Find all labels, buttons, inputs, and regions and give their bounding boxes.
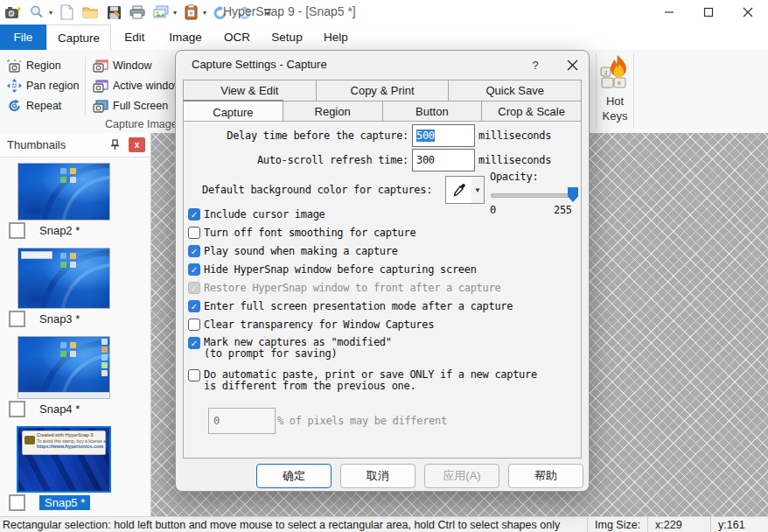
ribbon-separator — [85, 57, 86, 116]
checkbox-checked-icon[interactable]: ✓ — [188, 208, 200, 220]
tab-quick-save[interactable]: Quick Save — [449, 80, 582, 102]
ribbon-separator — [633, 53, 634, 129]
thumbnails-header: Thumbnails x — [0, 133, 150, 158]
paste-dropdown-icon[interactable]: ▾ — [203, 9, 206, 17]
tab-crop-scale[interactable]: Crop & Scale — [482, 101, 582, 122]
checkbox-checked-icon[interactable]: ✓ — [188, 337, 200, 349]
opacity-slider-track[interactable] — [491, 193, 577, 198]
new-file-icon[interactable] — [57, 3, 76, 22]
svg-text:J: J — [604, 70, 607, 75]
thumbnail-row-snap2[interactable]: Snap2 * — [9, 222, 80, 239]
app-camera-icon[interactable] — [3, 3, 23, 22]
cancel-button[interactable]: 取消 — [340, 464, 415, 488]
delay-unit-label: milliseconds — [478, 130, 551, 142]
open-folder-icon[interactable] — [80, 3, 100, 22]
search-dropdown-icon[interactable]: ▾ — [49, 9, 52, 17]
status-bar: Rectangular selection: hold left button … — [0, 516, 768, 532]
menu-edit[interactable]: Edit — [111, 24, 158, 50]
checkbox-checked-icon[interactable]: ✓ — [188, 245, 200, 257]
checkbox-auto-paste-if-different[interactable]: Do automatic paste, print or save ONLY i… — [188, 369, 537, 392]
svg-text:K: K — [618, 80, 621, 86]
checkbox-clear-transparency[interactable]: Clear transparency for Window Captures — [188, 318, 434, 331]
capture-window-button[interactable]: Window — [93, 58, 151, 74]
tab-view-edit[interactable]: View & Edit — [183, 80, 317, 102]
checkbox-play-sound[interactable]: ✓ Play sound when making a capture — [188, 245, 398, 257]
close-button[interactable] — [730, 0, 765, 24]
search-icon[interactable] — [27, 3, 46, 22]
pixels-different-input[interactable]: 0 — [208, 408, 276, 434]
pan-region-icon — [7, 79, 22, 93]
maximize-button[interactable] — [691, 0, 726, 24]
checkbox-checked-icon[interactable]: ✓ — [188, 300, 200, 312]
menu-image[interactable]: Image — [158, 24, 213, 50]
capture-active-window-button[interactable]: Active window — [93, 78, 182, 94]
thumb-label[interactable]: Snap3 * — [39, 312, 80, 326]
menu-setup[interactable]: Setup — [262, 24, 312, 50]
minimize-button[interactable] — [652, 0, 687, 24]
capture-group-label: Capture Image — [105, 118, 178, 130]
thumb-checkbox[interactable] — [9, 494, 25, 511]
thumb-checkbox[interactable] — [9, 222, 25, 239]
delay-time-input[interactable]: 500 — [412, 124, 475, 147]
cursor-y-value: y:161 — [710, 517, 768, 532]
help-button[interactable]: 帮助 — [508, 464, 583, 488]
copy-dropdown-icon[interactable]: ▾ — [173, 9, 177, 17]
checkbox-checked-icon[interactable]: ✓ — [188, 263, 200, 276]
thumbnail-snap2[interactable] — [17, 163, 110, 220]
menu-file[interactable]: File — [0, 24, 46, 50]
delay-time-value: 500 — [416, 130, 435, 142]
hot-keys-label: Hot — [606, 94, 624, 108]
checkbox-font-smoothing[interactable]: Turn off font smoothing for capture — [188, 227, 415, 239]
window-label: Window — [113, 60, 151, 72]
checkbox-unchecked-icon[interactable] — [188, 227, 200, 239]
menu-ocr[interactable]: OCR — [213, 24, 262, 50]
ok-button[interactable]: 确定 — [256, 464, 332, 488]
checkbox-include-cursor[interactable]: ✓ Include cursor image — [188, 208, 325, 220]
tab-button[interactable]: Button — [383, 101, 483, 122]
thumbnail-row-snap3[interactable]: Snap3 * — [9, 311, 80, 327]
checkbox-mark-modified[interactable]: ✓ Mark new captures as "modified" (to pr… — [188, 337, 392, 360]
thumb-label[interactable]: Snap2 * — [39, 224, 80, 237]
capture-region-button[interactable]: Region — [7, 58, 61, 74]
thumb-checkbox[interactable] — [9, 311, 25, 327]
pan-region-button[interactable]: Pan region — [7, 78, 79, 94]
thumbnail-row-snap5[interactable]: Snap5 * — [9, 494, 90, 511]
dialog-help-icon[interactable]: ? — [526, 56, 545, 74]
tab-copy-print[interactable]: Copy & Print — [317, 80, 450, 102]
paste-clipboard-icon[interactable] — [181, 3, 200, 22]
refresh-time-input[interactable]: 300 — [412, 149, 475, 172]
hot-keys-label: Keys — [603, 108, 628, 123]
thumbnail-snap4[interactable] — [17, 336, 110, 399]
dialog-close-icon[interactable] — [561, 54, 583, 75]
pin-icon[interactable] — [110, 139, 120, 150]
thumbnail-snap5[interactable]: Created with HyperSnap 9 To avoid this s… — [17, 426, 111, 493]
checkbox-presentation-mode[interactable]: ✓ Enter full screen presentation mode af… — [188, 300, 513, 312]
pan-region-label: Pan region — [26, 80, 79, 92]
thumbnail-row-snap4[interactable]: Snap4 * — [9, 401, 80, 417]
copy-images-icon[interactable] — [151, 3, 171, 22]
checkbox-hide-window[interactable]: ✓ Hide HyperSnap window before capturing… — [188, 263, 477, 276]
checkbox-unchecked-icon[interactable] — [188, 318, 200, 331]
panel-close-icon[interactable]: x — [129, 137, 145, 152]
color-dropdown-icon[interactable]: ▼ — [471, 176, 485, 204]
dialog-title: Capture Settings - Capture — [192, 58, 327, 71]
menu-capture[interactable]: Capture — [46, 24, 111, 51]
capture-settings-dialog: Capture Settings - Capture ? View & Edit… — [175, 50, 590, 492]
color-picker-button[interactable] — [445, 176, 473, 204]
tab-region[interactable]: Region — [283, 101, 383, 122]
thumbnail-snap3[interactable] — [17, 248, 110, 309]
thumb-checkbox[interactable] — [9, 401, 25, 417]
hot-keys-button[interactable]: JK Hot Keys — [600, 53, 630, 123]
checkbox-unchecked-icon[interactable] — [188, 369, 200, 382]
bg-color-label: Default background color for captures: — [202, 184, 432, 196]
print-icon[interactable] — [128, 3, 147, 22]
dialog-tab-row1: View & Edit Copy & Print Quick Save — [183, 80, 582, 102]
capture-full-screen-button[interactable]: Full Screen — [93, 98, 168, 114]
menu-help[interactable]: Help — [312, 24, 360, 50]
dialog-button-row: 确定 取消 应用(A) 帮助 — [183, 464, 583, 488]
thumb-label[interactable]: Snap4 * — [39, 402, 80, 416]
tab-capture[interactable]: Capture — [183, 100, 283, 123]
thumb-label-selected[interactable]: Snap5 * — [39, 495, 90, 510]
repeat-button[interactable]: Repeat — [7, 98, 61, 114]
save-icon[interactable] — [104, 3, 123, 22]
